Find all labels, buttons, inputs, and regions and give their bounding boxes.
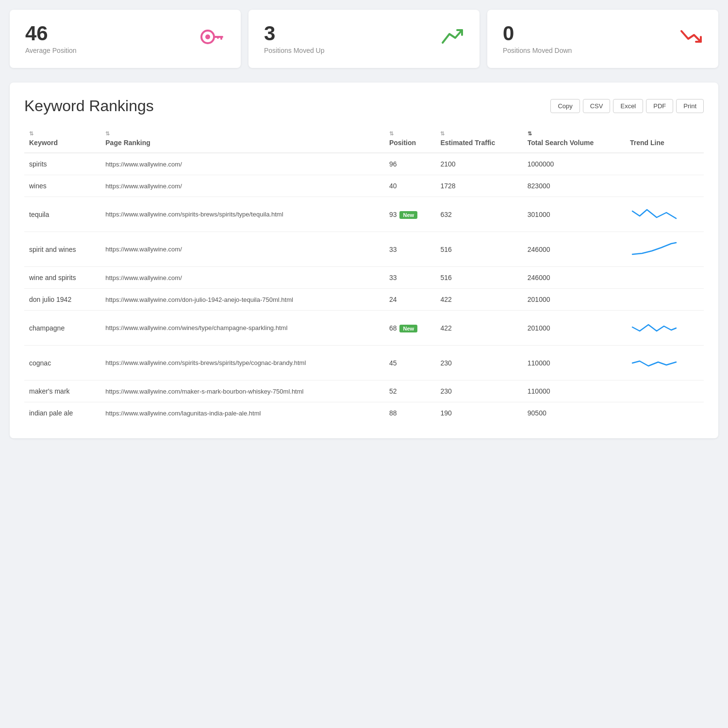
- volume-cell: 90500: [523, 402, 625, 424]
- position-cell: 33: [384, 267, 436, 289]
- table-row: maker's mark https://www.wallywine.com/m…: [24, 381, 704, 402]
- traffic-cell: 422: [435, 289, 522, 311]
- traffic-cell: 632: [435, 197, 522, 232]
- trend-cell: [625, 289, 704, 311]
- url-cell: https://www.wallywine.com/maker-s-mark-b…: [100, 381, 384, 402]
- volume-cell: 110000: [523, 346, 625, 381]
- keyword-cell: maker's mark: [24, 381, 100, 402]
- rankings-table: ⇅ Keyword ⇅ Page Ranking ⇅ Position ⇅ Es…: [24, 127, 704, 424]
- keyword-cell: don julio 1942: [24, 289, 100, 311]
- position-cell: 45: [384, 346, 436, 381]
- trend-cell: [625, 175, 704, 197]
- volume-cell: 301000: [523, 197, 625, 232]
- export-buttons: Copy CSV Excel PDF Print: [550, 99, 704, 113]
- table-row: spirit and wines https://www.wallywine.c…: [24, 232, 704, 267]
- col-position[interactable]: ⇅ Position: [384, 127, 436, 153]
- volume-cell: 246000: [523, 267, 625, 289]
- col-estimated-traffic[interactable]: ⇅ Estimated Traffic: [435, 127, 522, 153]
- traffic-cell: 2100: [435, 153, 522, 175]
- url-cell: https://www.wallywine.com/: [100, 153, 384, 175]
- volume-cell: 201000: [523, 289, 625, 311]
- traffic-cell: 190: [435, 402, 522, 424]
- copy-button[interactable]: Copy: [550, 99, 579, 113]
- arrow-up-icon: [441, 27, 464, 51]
- keyword-cell: cognac: [24, 346, 100, 381]
- csv-button[interactable]: CSV: [583, 99, 611, 113]
- position-cell: 88: [384, 402, 436, 424]
- stat-text-positions-down: 0 Positions Moved Down: [503, 23, 572, 54]
- col-trend-line: Trend Line: [625, 127, 704, 153]
- keyword-cell: champagne: [24, 311, 100, 346]
- table-row: champagne https://www.wallywine.com/wine…: [24, 311, 704, 346]
- position-cell: 24: [384, 289, 436, 311]
- url-cell: https://www.wallywine.com/spirits-brews/…: [100, 346, 384, 381]
- trend-cell: [625, 267, 704, 289]
- arrow-down-icon: [679, 27, 703, 51]
- trend-cell: [625, 232, 704, 267]
- url-cell: https://www.wallywine.com/wines/type/cha…: [100, 311, 384, 346]
- sort-icon-estimated-traffic: ⇅: [440, 131, 517, 137]
- key-icon: [200, 28, 225, 50]
- volume-cell: 201000: [523, 311, 625, 346]
- positions-down-number: 0: [503, 23, 572, 44]
- table-row: tequila https://www.wallywine.com/spirit…: [24, 197, 704, 232]
- sort-icon-keyword: ⇅: [29, 131, 96, 137]
- url-cell: https://www.wallywine.com/: [100, 175, 384, 197]
- traffic-cell: 230: [435, 346, 522, 381]
- url-cell: https://www.wallywine.com/spirits-brews/…: [100, 197, 384, 232]
- svg-rect-4: [217, 36, 219, 39]
- position-cell: 33: [384, 232, 436, 267]
- stat-text-positions-up: 3 Positions Moved Up: [264, 23, 325, 54]
- position-cell: 52: [384, 381, 436, 402]
- svg-point-1: [205, 34, 210, 39]
- traffic-cell: 230: [435, 381, 522, 402]
- keyword-cell: spirits: [24, 153, 100, 175]
- table-row: cognac https://www.wallywine.com/spirits…: [24, 346, 704, 381]
- col-page-ranking[interactable]: ⇅ Page Ranking: [100, 127, 384, 153]
- avg-position-label: Average Position: [25, 47, 77, 54]
- table-header-row: ⇅ Keyword ⇅ Page Ranking ⇅ Position ⇅ Es…: [24, 127, 704, 153]
- stat-card-positions-down: 0 Positions Moved Down: [487, 10, 718, 68]
- position-cell: 96: [384, 153, 436, 175]
- url-cell: https://www.wallywine.com/: [100, 232, 384, 267]
- table-row: wines https://www.wallywine.com/ 40 1728…: [24, 175, 704, 197]
- stat-card-avg-position: 46 Average Position: [10, 10, 241, 68]
- col-keyword[interactable]: ⇅ Keyword: [24, 127, 100, 153]
- position-cell: 93New: [384, 197, 436, 232]
- traffic-cell: 1728: [435, 175, 522, 197]
- url-cell: https://www.wallywine.com/: [100, 267, 384, 289]
- url-cell: https://www.wallywine.com/don-julio-1942…: [100, 289, 384, 311]
- trend-cell: [625, 197, 704, 232]
- trend-cell: [625, 381, 704, 402]
- keyword-cell: indian pale ale: [24, 402, 100, 424]
- position-cell: 40: [384, 175, 436, 197]
- positions-down-label: Positions Moved Down: [503, 47, 572, 54]
- page-title: Keyword Rankings: [24, 97, 154, 115]
- trend-cell: [625, 153, 704, 175]
- pdf-button[interactable]: PDF: [646, 99, 673, 113]
- positions-up-number: 3: [264, 23, 325, 44]
- print-button[interactable]: Print: [676, 99, 704, 113]
- traffic-cell: 516: [435, 232, 522, 267]
- trend-cell: [625, 311, 704, 346]
- avg-position-number: 46: [25, 23, 77, 44]
- sort-icon-position: ⇅: [389, 131, 431, 137]
- table-row: wine and spirits https://www.wallywine.c…: [24, 267, 704, 289]
- url-cell: https://www.wallywine.com/lagunitas-indi…: [100, 402, 384, 424]
- panel-header: Keyword Rankings Copy CSV Excel PDF Prin…: [24, 97, 704, 115]
- trend-cell: [625, 346, 704, 381]
- sort-icon-page-ranking: ⇅: [105, 131, 380, 137]
- keyword-cell: wines: [24, 175, 100, 197]
- stat-text-avg-position: 46 Average Position: [25, 23, 77, 54]
- keyword-cell: spirit and wines: [24, 232, 100, 267]
- table-row: don julio 1942 https://www.wallywine.com…: [24, 289, 704, 311]
- col-total-search-volume[interactable]: ⇅ Total Search Volume: [523, 127, 625, 153]
- volume-cell: 1000000: [523, 153, 625, 175]
- volume-cell: 246000: [523, 232, 625, 267]
- excel-button[interactable]: Excel: [613, 99, 643, 113]
- main-panel: Keyword Rankings Copy CSV Excel PDF Prin…: [10, 83, 718, 438]
- volume-cell: 823000: [523, 175, 625, 197]
- table-row: indian pale ale https://www.wallywine.co…: [24, 402, 704, 424]
- position-cell: 68New: [384, 311, 436, 346]
- sort-icon-total-search-volume: ⇅: [528, 131, 620, 137]
